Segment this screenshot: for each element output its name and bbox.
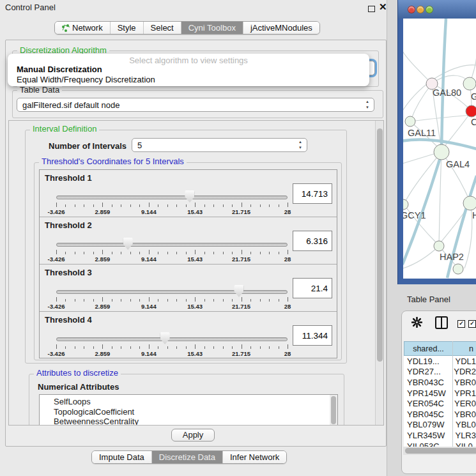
table-rows: YDL19...YDL1YDR27...YDR2YBR043CYBR0YPR14… xyxy=(404,356,476,447)
table-cell: YLR3 xyxy=(452,431,476,440)
gear-icon[interactable] xyxy=(411,317,422,330)
column-divider xyxy=(452,341,453,447)
scrollbar-thumb[interactable] xyxy=(377,128,383,362)
slider-tick-label: 21.715 xyxy=(232,303,250,310)
slider-tick-label: 15.43 xyxy=(187,350,203,357)
slider-track[interactable] xyxy=(56,243,288,247)
slider-thumb[interactable] xyxy=(123,238,133,250)
close-traffic-light-icon[interactable] xyxy=(408,6,415,13)
slider-thumb[interactable] xyxy=(160,332,170,344)
table-row[interactable]: YBR043CYBR0 xyxy=(404,377,476,388)
table-row[interactable]: YDL19...YDL1 xyxy=(404,356,476,367)
scrollbar-thumb[interactable] xyxy=(405,448,476,454)
tab-cyni-toolbox[interactable]: Cyni Toolbox xyxy=(181,22,243,34)
table-cell: YDR2 xyxy=(451,367,476,376)
tab-select[interactable]: Select xyxy=(143,22,181,34)
popup-item-manual-discretization[interactable]: Manual Discretization xyxy=(17,65,102,74)
column-header-name[interactable]: n xyxy=(452,341,476,356)
number-of-intervals-combobox[interactable]: 5 ▲▼ xyxy=(132,138,307,152)
apply-button[interactable]: Apply xyxy=(171,429,215,441)
network-node[interactable] xyxy=(466,105,476,117)
network-node[interactable] xyxy=(434,241,444,251)
list-item[interactable]: SelfLoops xyxy=(54,397,337,407)
network-edge[interactable] xyxy=(404,152,441,203)
table-row[interactable]: YBR045CYBR0 xyxy=(404,409,476,420)
table-cell: YBR0 xyxy=(452,378,476,387)
network-node[interactable] xyxy=(453,264,463,274)
table-cell: YPR1 xyxy=(452,388,476,398)
slider-track[interactable] xyxy=(56,290,288,294)
tab-label: Network xyxy=(72,22,103,35)
zoom-traffic-light-icon[interactable] xyxy=(426,6,433,13)
table-cell: YLR345W xyxy=(404,431,452,440)
tab-style[interactable]: Style xyxy=(110,22,143,34)
table-data-value: galFiltered.sif default node xyxy=(22,100,119,110)
tab-discretize-data[interactable]: Discretize Data xyxy=(151,451,222,463)
network-canvas[interactable]: GAL80GCGAL11GAL4GCY1HHAP2 xyxy=(403,19,476,279)
popup-item-equal-width-frequency[interactable]: Equal Width/Frequency Discretization xyxy=(17,75,155,84)
node-label: GAL11 xyxy=(408,128,436,138)
checked-checkbox-icon[interactable]: ✓ xyxy=(457,320,465,328)
network-node[interactable] xyxy=(405,116,415,127)
slider-tick-label: 15.43 xyxy=(187,208,203,215)
attributes-legend: Attributes to discretize xyxy=(34,369,121,378)
network-node[interactable] xyxy=(403,199,408,210)
threshold-label: Threshold 3 xyxy=(45,268,92,277)
threshold-value-field[interactable] xyxy=(293,325,332,346)
table-cell: YER0 xyxy=(452,399,476,408)
settings-vertical-scrollbar[interactable] xyxy=(375,121,383,425)
slider-thumb[interactable] xyxy=(185,190,194,203)
network-edge[interactable] xyxy=(439,152,441,245)
close-icon[interactable]: ✕ xyxy=(379,1,387,13)
network-view-window: GAL80GCGAL11GAL4GCY1HHAP2 xyxy=(397,0,476,284)
list-item[interactable]: BetweennessCentrality xyxy=(54,417,337,426)
network-window-titlebar[interactable] xyxy=(398,0,476,19)
network-edge[interactable] xyxy=(403,51,432,84)
numerical-attributes-list[interactable]: SelfLoopsTopologicalCoefficientBetweenne… xyxy=(39,394,338,426)
tab-infer-network[interactable]: Infer Network xyxy=(222,451,286,463)
tab-network[interactable]: Network xyxy=(55,22,110,34)
popup-hint: Select algorithm to view settings xyxy=(8,56,369,65)
attributes-scrollbar[interactable] xyxy=(330,395,337,426)
table-row[interactable]: YBL079WYBL0 xyxy=(404,420,476,431)
scrollbar-thumb[interactable] xyxy=(331,396,336,424)
columns-icon[interactable] xyxy=(435,316,448,329)
network-node[interactable] xyxy=(463,196,476,210)
network-node[interactable] xyxy=(434,144,449,160)
threshold-value-field[interactable] xyxy=(293,231,332,251)
slider-tick-label: -3.426 xyxy=(48,350,65,357)
threshold-label: Threshold 4 xyxy=(45,315,92,325)
network-edge[interactable] xyxy=(441,19,446,151)
network-edge[interactable] xyxy=(411,84,432,120)
network-edge[interactable] xyxy=(403,153,436,165)
slider-tick-label: -3.426 xyxy=(48,256,65,263)
table-row[interactable]: YER054CYER0 xyxy=(404,398,476,409)
slider-tick-label: 2.859 xyxy=(95,256,111,263)
tab-label: Cyni Toolbox xyxy=(188,22,236,35)
network-node[interactable] xyxy=(463,77,476,90)
tab-jactivemnodules[interactable]: jActiveMNodules xyxy=(243,22,319,34)
table-row[interactable]: YDR27...YDR2 xyxy=(404,367,476,378)
slider-track[interactable] xyxy=(56,337,288,341)
threshold-value-field[interactable] xyxy=(293,278,332,298)
checked-checkbox-icon[interactable]: ✓ xyxy=(468,320,476,328)
stepper-icon: ▲▼ xyxy=(298,139,302,151)
node-label: GAL80 xyxy=(433,88,461,98)
table-horizontal-scrollbar[interactable] xyxy=(403,447,476,455)
slider-thumb[interactable] xyxy=(234,285,243,297)
minimize-traffic-light-icon[interactable] xyxy=(417,6,424,13)
table-cell: YPR145W xyxy=(404,388,452,398)
column-header-shared[interactable]: shared... xyxy=(404,341,453,356)
table-cell: YDR27... xyxy=(404,367,451,376)
threshold-label: Threshold 1 xyxy=(45,173,92,183)
table-row[interactable]: YPR145WYPR1 xyxy=(404,388,476,399)
table-row[interactable]: YIL053CYIL0 xyxy=(404,441,476,447)
tab-impute-data[interactable]: Impute Data xyxy=(92,451,151,463)
slider-tick-label: 9.144 xyxy=(141,256,157,263)
table-data-combobox[interactable]: galFiltered.sif default node ▲▼ xyxy=(17,98,374,112)
threshold-value-field[interactable] xyxy=(293,183,332,204)
table-row[interactable]: YLR345WYLR3 xyxy=(404,430,476,441)
list-item[interactable]: TopologicalCoefficient xyxy=(54,407,337,417)
slider-track[interactable] xyxy=(56,196,288,199)
float-window-icon[interactable] xyxy=(368,6,375,12)
